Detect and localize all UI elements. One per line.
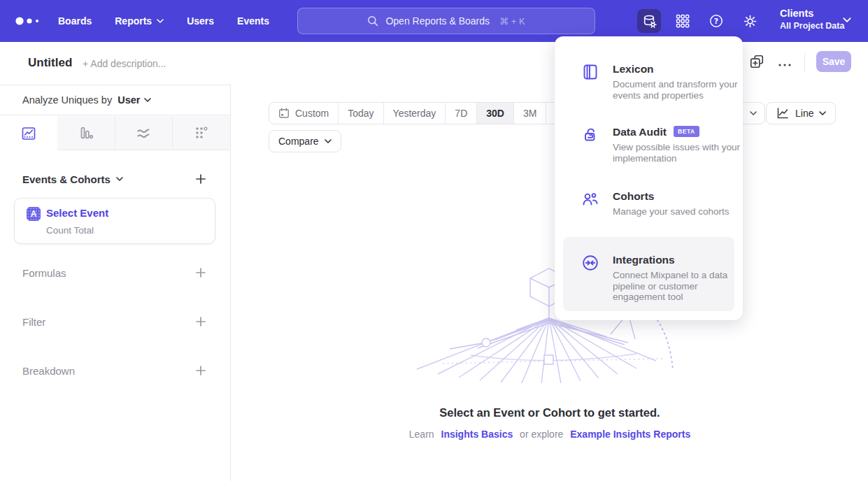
header-divider	[804, 53, 805, 73]
compare-label: Compare	[278, 136, 319, 147]
nav-item-events[interactable]: Events	[237, 15, 269, 27]
menu-item-integrations-description: Connect Mixpanel to a data pipeline or c…	[613, 270, 734, 303]
menu-item-data-audit[interactable]: Data Audit BETA View possible issues wit…	[555, 126, 743, 164]
event-row-card[interactable]: A Select Event Count Total	[14, 198, 215, 244]
nav-item-boards[interactable]: Boards	[58, 15, 92, 27]
empty-state-links: Learn Insights Basics or explore Example…	[232, 429, 868, 440]
plus-icon	[195, 365, 206, 376]
flows-icon	[136, 125, 151, 141]
svg-text:?: ?	[714, 17, 718, 26]
menu-item-integrations-title: Integrations	[613, 254, 675, 266]
data-audit-icon	[581, 126, 599, 164]
nav-item-reports-label: Reports	[115, 15, 152, 27]
search-shortcut: ⌘ + K	[499, 16, 525, 27]
mixpanel-logo[interactable]	[15, 16, 45, 29]
help-icon: ?	[709, 13, 724, 29]
date-range-3m[interactable]: 3M	[513, 103, 546, 124]
data-management-button[interactable]	[637, 9, 661, 33]
compare-dropdown[interactable]: Compare	[269, 130, 341, 152]
empty-state-prefix: Learn	[409, 429, 434, 440]
menu-item-lexicon-title: Lexicon	[613, 63, 654, 76]
app-root: Boards Reports Users Events Open Reports…	[0, 0, 868, 481]
top-nav: Boards Reports Users Events Open Reports…	[0, 0, 868, 42]
add-formula-button[interactable]	[195, 267, 206, 278]
ellipsis-icon	[778, 62, 792, 68]
add-filter-button[interactable]	[195, 316, 206, 327]
chevron-down-icon[interactable]	[843, 17, 851, 22]
integrations-icon	[581, 254, 599, 311]
tab-bar-chart[interactable]	[57, 116, 115, 150]
date-range-30d[interactable]: 30D	[476, 103, 513, 124]
menu-item-cohorts-title: Cohorts	[613, 190, 654, 203]
duplicate-button[interactable]	[749, 54, 764, 71]
tab-flows-chart[interactable]	[115, 116, 173, 150]
help-button[interactable]: ?	[704, 9, 728, 33]
report-title[interactable]: Untitled	[28, 56, 72, 70]
nav-item-users[interactable]: Users	[187, 15, 214, 27]
insights-basics-link[interactable]: Insights Basics	[441, 429, 513, 440]
date-range-yesterday[interactable]: Yesterday	[383, 103, 446, 124]
date-range-7d-label: 7D	[455, 108, 467, 119]
project-scope: All Project Data	[780, 20, 844, 31]
tab-scatter-chart[interactable]	[172, 116, 230, 150]
plus-icon	[195, 316, 206, 327]
calendar-icon	[278, 108, 290, 119]
date-range-yesterday-label: Yesterday	[393, 108, 436, 119]
data-management-menu: Lexicon Document and transform your even…	[555, 36, 743, 320]
events-cohorts-header: Events & Cohorts	[22, 169, 206, 189]
date-range-today[interactable]: Today	[338, 103, 383, 124]
plus-icon	[195, 173, 206, 185]
report-canvas: Custom Today Yesterday 7D 30D 3M 6M Comp…	[232, 85, 868, 481]
events-cohorts-title-dropdown[interactable]: Events & Cohorts	[22, 173, 123, 185]
event-letter-badge: A	[27, 207, 41, 221]
date-range-3m-label: 3M	[523, 108, 536, 119]
scatter-icon	[194, 125, 209, 141]
menu-item-cohorts[interactable]: Cohorts Manage your saved cohorts	[555, 190, 743, 217]
breakdown-section: Breakdown	[22, 361, 206, 380]
more-options-button[interactable]	[778, 59, 792, 70]
duplicate-icon	[749, 54, 764, 69]
save-button[interactable]: Save	[816, 51, 851, 72]
empty-state-middle: or explore	[520, 429, 563, 440]
date-range-7d[interactable]: 7D	[445, 103, 476, 124]
analyze-by-dropdown[interactable]: User	[118, 94, 151, 106]
date-range-custom[interactable]: Custom	[269, 103, 338, 124]
search-icon	[367, 15, 378, 27]
chart-type-label: Line	[795, 108, 813, 119]
chevron-down-icon	[144, 98, 151, 102]
chevron-down-icon	[819, 111, 826, 115]
project-selector[interactable]: Clients All Project Data	[780, 7, 844, 31]
nav-item-users-label: Users	[187, 15, 214, 27]
cohorts-icon	[581, 190, 599, 217]
menu-item-cohorts-description: Manage your saved cohorts	[613, 206, 743, 217]
example-insights-reports-link[interactable]: Example Insights Reports	[570, 429, 690, 440]
add-breakdown-button[interactable]	[195, 365, 206, 376]
bar-chart-icon	[78, 125, 94, 141]
chevron-down-icon	[325, 139, 332, 143]
formulas-label: Formulas	[22, 267, 66, 279]
menu-item-integrations[interactable]: Integrations Connect Mixpanel to a data …	[563, 237, 734, 311]
search-input[interactable]: Open Reports & Boards ⌘ + K	[297, 8, 595, 34]
count-type-dropdown[interactable]: Count Total	[46, 225, 94, 236]
gear-icon	[743, 14, 757, 29]
menu-item-lexicon[interactable]: Lexicon Document and transform your even…	[555, 63, 743, 101]
mixpanel-logo-icon	[15, 16, 45, 26]
add-event-button[interactable]	[195, 173, 206, 185]
plus-icon	[195, 267, 206, 278]
database-gear-icon	[642, 14, 657, 29]
nav-item-events-label: Events	[237, 15, 269, 27]
analyze-label: Analyze Uniques by	[22, 94, 112, 106]
chart-type-dropdown[interactable]: Line	[766, 102, 836, 124]
analyze-row: Analyze Uniques by User	[0, 85, 230, 115]
apps-grid-button[interactable]	[671, 9, 695, 33]
line-chart-icon	[21, 126, 36, 141]
settings-button[interactable]	[738, 9, 762, 33]
nav-item-reports[interactable]: Reports	[115, 15, 164, 27]
report-description-placeholder[interactable]: + Add description...	[83, 58, 166, 69]
select-event-button[interactable]: Select Event	[46, 207, 108, 219]
menu-item-data-audit-description: View possible issues with your implement…	[613, 142, 743, 164]
tab-line-chart[interactable]	[0, 116, 57, 150]
date-range-today-label: Today	[348, 108, 373, 119]
events-cohorts-title: Events & Cohorts	[22, 173, 111, 185]
line-chart-icon	[776, 106, 790, 120]
